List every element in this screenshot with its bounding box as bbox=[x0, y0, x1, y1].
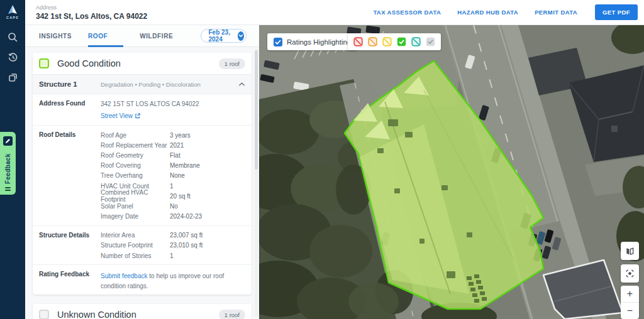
detail-value: 3 years bbox=[170, 132, 245, 139]
detail-row: Roof Age3 years bbox=[101, 130, 245, 140]
detail-value: 23,007 sq ft bbox=[170, 232, 245, 239]
unknown-condition-title: Unknown Condition bbox=[57, 310, 136, 319]
address-value: 342 1st St, Los Altos, CA 94022 bbox=[36, 12, 147, 21]
address-found-value: 342 1ST ST LOS ALTOS CA 94022 bbox=[101, 99, 245, 109]
imagery-date-selector[interactable]: Feb 23, 2024 bbox=[201, 29, 247, 43]
address-label: Address bbox=[36, 4, 147, 11]
chevron-down-icon bbox=[238, 31, 244, 41]
detail-key: Imagery Date bbox=[101, 213, 170, 220]
map-zoom-controls: + − bbox=[621, 286, 639, 319]
address-found-label: Address Found bbox=[39, 99, 101, 121]
app-sidebar: CAPE Feedback bbox=[0, 0, 25, 319]
detail-row: Interior Area23,007 sq ft bbox=[101, 230, 245, 241]
roof-details-section: Roof Details Roof Age3 years Roof Replac… bbox=[33, 126, 252, 226]
submit-feedback-link[interactable]: Submit feedback bbox=[101, 271, 148, 281]
permit-data-link[interactable]: PERMIT DATA bbox=[535, 9, 577, 16]
rating-filter-poor[interactable] bbox=[368, 37, 377, 46]
detail-row: Combined HVAC Footprint20 sq ft bbox=[101, 191, 245, 201]
map-compare-button[interactable] bbox=[621, 242, 639, 260]
detail-value: No bbox=[170, 203, 245, 210]
structure-tags: Degradation • Ponding • Discoloration bbox=[101, 81, 238, 88]
top-header: Address 342 1st St, Los Altos, CA 94022 … bbox=[25, 0, 644, 25]
unknown-condition-icon bbox=[39, 310, 49, 319]
detail-row: Number of Stories1 bbox=[101, 251, 245, 261]
chevron-up-icon[interactable] bbox=[238, 82, 245, 87]
feedback-grip-icon bbox=[5, 187, 11, 191]
search-icon[interactable] bbox=[0, 28, 25, 46]
detail-key: Roof Geometry bbox=[101, 152, 170, 159]
ratings-highlighting-toggle[interactable]: Ratings Highlighting bbox=[267, 33, 357, 50]
unknown-roof-count-badge: 1 roof bbox=[219, 310, 245, 319]
rating-feedback-section: Rating Feedback Submit feedback to help … bbox=[33, 265, 252, 295]
rating-filter-severe[interactable] bbox=[353, 37, 363, 46]
detail-key: HVAC Unit Count bbox=[101, 183, 170, 190]
structure-details-section: Structure Details Interior Area23,007 sq… bbox=[33, 226, 252, 266]
detail-key: Combined HVAC Footprint bbox=[101, 189, 170, 203]
tab-roof-details[interactable]: ROOF DETAILS bbox=[88, 25, 123, 47]
rating-filter-unknown[interactable] bbox=[426, 37, 435, 46]
detail-key: Roof Age bbox=[101, 132, 170, 139]
panel-scrollbar[interactable] bbox=[255, 50, 258, 170]
feedback-pencil-icon bbox=[3, 136, 13, 146]
detail-key: Number of Stories bbox=[101, 252, 170, 259]
cape-sail-icon bbox=[6, 4, 19, 15]
map-recenter-button[interactable] bbox=[621, 264, 639, 283]
detail-row: Tree OverhangNone bbox=[101, 171, 245, 181]
rating-filter-excellent[interactable] bbox=[411, 37, 421, 46]
panel-tabs: INSIGHTS ROOF DETAILS WILDFIRE DETAILS F… bbox=[25, 25, 259, 47]
ratings-highlighting-checkbox[interactable] bbox=[274, 38, 282, 46]
get-pdf-button[interactable]: GET PDF bbox=[595, 4, 638, 20]
tab-wildfire-details[interactable]: WILDFIRE DETAILS bbox=[140, 25, 184, 47]
tax-assessor-data-link[interactable]: TAX ASSESSOR DATA bbox=[373, 9, 441, 16]
hazard-hub-data-link[interactable]: HAZARD HUB DATA bbox=[457, 9, 518, 16]
detail-key: Tree Overhang bbox=[101, 172, 170, 179]
detail-value: 2024-02-23 bbox=[170, 213, 245, 220]
detail-row: Roof Replacement Year2021 bbox=[101, 140, 245, 150]
detail-key: Solar Panel bbox=[101, 203, 170, 210]
rating-feedback-label: Rating Feedback bbox=[39, 269, 101, 291]
street-view-link-text: Street View bbox=[101, 111, 133, 121]
detail-row: Structure Footprint23,010 sq ft bbox=[101, 241, 245, 251]
rating-filters bbox=[348, 33, 441, 50]
cape-logo[interactable]: CAPE bbox=[0, 0, 25, 19]
detail-key: Interior Area bbox=[101, 232, 170, 239]
detail-value: 23,010 sq ft bbox=[170, 242, 245, 249]
rating-filter-good[interactable] bbox=[397, 37, 406, 46]
detail-value: None bbox=[170, 172, 245, 179]
good-condition-card: Good Condition 1 roof Structure 1 Degrad… bbox=[33, 53, 252, 295]
good-condition-icon bbox=[39, 58, 49, 68]
external-link-icon bbox=[135, 113, 140, 119]
zoom-in-button[interactable]: + bbox=[621, 286, 639, 303]
imagery-date-value: Feb 23, 2024 bbox=[208, 29, 233, 43]
tab-insights[interactable]: INSIGHTS bbox=[39, 25, 72, 47]
detail-value: 1 bbox=[170, 183, 245, 190]
cape-logo-text: CAPE bbox=[6, 16, 19, 19]
roof-details-label: Roof Details bbox=[39, 130, 101, 222]
map-compare-icon bbox=[625, 246, 635, 256]
library-icon[interactable] bbox=[0, 68, 25, 86]
recenter-icon bbox=[625, 268, 635, 279]
detail-row: Roof CoveringMembrane bbox=[101, 161, 245, 171]
good-condition-title: Good Condition bbox=[57, 58, 121, 68]
detail-value: 20 sq ft bbox=[170, 193, 245, 200]
detail-key: Roof Covering bbox=[101, 162, 170, 169]
detail-value: 2021 bbox=[170, 142, 245, 149]
detail-value: 1 bbox=[170, 252, 245, 259]
structure-1-header[interactable]: Structure 1 Degradation • Ponding • Disc… bbox=[33, 74, 252, 94]
feedback-tab[interactable]: Feedback bbox=[0, 132, 16, 195]
detail-value: Flat bbox=[170, 152, 245, 159]
details-panel: INSIGHTS ROOF DETAILS WILDFIRE DETAILS F… bbox=[25, 25, 259, 319]
detail-row: Roof GeometryFlat bbox=[101, 150, 245, 160]
structure-name: Structure 1 bbox=[39, 80, 101, 88]
detail-key: Roof Replacement Year bbox=[101, 142, 170, 149]
street-view-link[interactable]: Street View bbox=[101, 111, 140, 121]
detail-value: Membrane bbox=[170, 162, 245, 169]
satellite-map[interactable] bbox=[259, 25, 644, 319]
zoom-out-button[interactable]: − bbox=[621, 303, 639, 319]
map-container: Ratings Highlighting bbox=[259, 25, 644, 319]
history-icon[interactable] bbox=[0, 48, 25, 66]
ratings-highlighting-label: Ratings Highlighting bbox=[287, 38, 351, 46]
unknown-condition-card: Unknown Condition 1 roof bbox=[33, 304, 252, 319]
rating-filter-fair[interactable] bbox=[382, 37, 392, 46]
good-roof-count-badge: 1 roof bbox=[219, 58, 245, 69]
